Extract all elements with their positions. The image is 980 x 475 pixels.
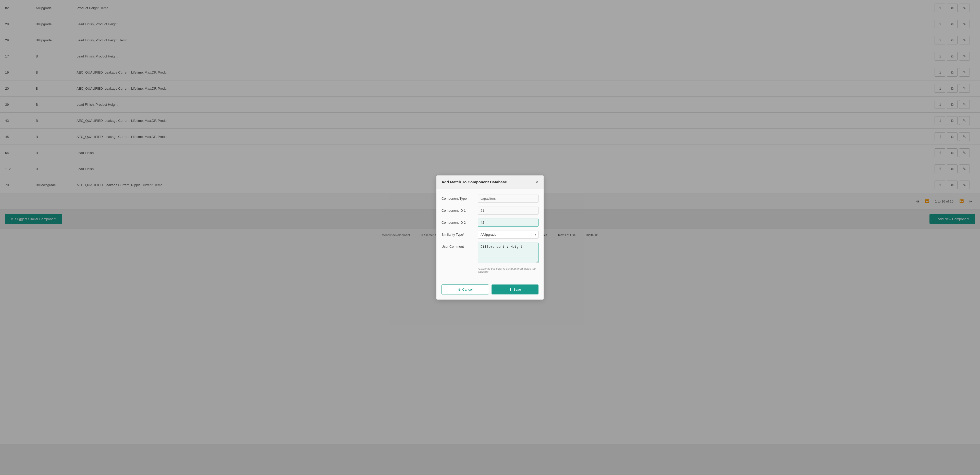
component-id2-input[interactable] (478, 218, 538, 226)
modal-dialog: Add Match To Component Database × Compon… (436, 175, 544, 300)
save-label: Save (514, 288, 521, 292)
modal-title: Add Match To Component Database (442, 180, 507, 184)
modal-overlay: Add Match To Component Database × Compon… (0, 0, 980, 475)
user-comment-textarea[interactable]: Difference in: Height (478, 242, 538, 263)
modal-body: Component Type Component ID 1 Component … (436, 188, 544, 281)
component-id2-label: Component ID 2 (442, 218, 475, 225)
modal-footer: ⊗ Cancel ⬆ Save (436, 281, 544, 300)
save-button[interactable]: ⬆ Save (492, 284, 538, 295)
similarity-type-label: Similarity Type* (442, 231, 475, 236)
save-icon: ⬆ (509, 288, 512, 292)
user-comment-label: User Comment (442, 242, 475, 249)
component-id1-group: Component ID 1 (442, 207, 538, 215)
component-id2-group: Component ID 2 (442, 218, 538, 226)
component-type-group: Component Type (442, 194, 538, 202)
component-type-label: Component Type (442, 194, 475, 201)
similarity-type-select[interactable]: A/Upgrade B/Upgrade B/Downgrade B (478, 231, 538, 239)
similarity-type-select-wrapper: A/Upgrade B/Upgrade B/Downgrade B ▾ (478, 231, 538, 239)
cancel-icon: ⊗ (458, 288, 461, 292)
component-type-input[interactable] (478, 194, 538, 202)
form-note: *Currently this input is being ignored i… (442, 267, 538, 273)
cancel-button[interactable]: ⊗ Cancel (442, 284, 489, 295)
component-id1-input[interactable] (478, 207, 538, 215)
component-id1-label: Component ID 1 (442, 207, 475, 212)
cancel-label: Cancel (462, 288, 473, 292)
modal-header: Add Match To Component Database × (436, 175, 544, 188)
modal-close-button[interactable]: × (536, 180, 538, 184)
similarity-type-group: Similarity Type* A/Upgrade B/Upgrade B/D… (442, 231, 538, 239)
user-comment-group: User Comment Difference in: Height (442, 242, 538, 263)
